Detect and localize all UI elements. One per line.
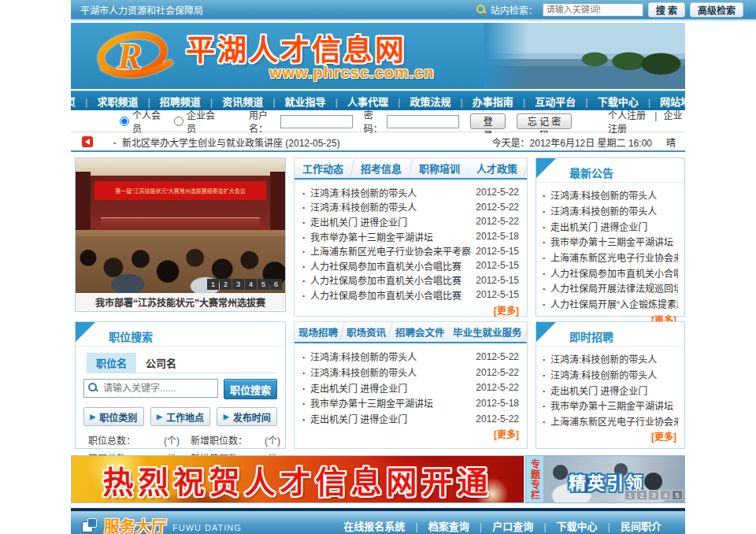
site-header: R 平湖人才信息网 www.phrcsc.com.cn	[71, 23, 685, 89]
tab-position-name[interactable]: 职位名	[87, 353, 136, 373]
photo-decoration	[76, 158, 285, 176]
celebration-banner[interactable]: 热烈祝贺人才信息网开通	[71, 455, 524, 503]
announcement-link[interactable]: 人力社保局参加市直机关小合唱比赛	[543, 266, 678, 280]
tab[interactable]: 毕业生就业服务	[447, 322, 527, 342]
ticker-news-link[interactable]: 新北区举办大学生创业与就业政策讲座 (2012-05-25)	[113, 135, 340, 149]
topic-pagination: 12345	[624, 490, 683, 500]
tab[interactable]: 职称培训	[409, 158, 472, 178]
job-search-button[interactable]: 职位搜索	[224, 379, 277, 399]
news-link[interactable]: 人力社保局参加市直机关小合唱比赛	[302, 259, 471, 273]
news-link[interactable]: 汪鸿涛:科技创新的带头人	[302, 365, 471, 379]
tab[interactable]: 职场资讯	[340, 322, 393, 342]
tab-label: 毕业生就业服务	[453, 324, 522, 339]
nav-item[interactable]: 办事指南	[450, 94, 513, 109]
news-link[interactable]: 我市举办第十三期金平湖讲坛	[302, 396, 471, 410]
login-button[interactable]: 登 录	[470, 113, 506, 129]
news-link[interactable]: 人力社保局参加市直机关小合唱比赛	[302, 273, 471, 287]
news-link[interactable]: 汪鸿涛:科技创新的带头人	[302, 186, 471, 199]
recruit-link[interactable]: 走出机关门 进得企业门	[543, 384, 678, 397]
nav-item[interactable]: 就业指导	[263, 94, 325, 109]
photo-page-button[interactable]: 6	[270, 279, 282, 290]
nav-item[interactable]: 下载中心	[576, 94, 638, 109]
celebration-banner-text: 热烈祝贺人才信息网开通	[102, 458, 492, 502]
news-link[interactable]: 上海浦东新区光电子行业协会来平考察	[302, 244, 471, 258]
service-link[interactable]: 下载中心	[533, 518, 597, 533]
announcement-link[interactable]: 我市举办第十三期金平湖讲坛	[543, 235, 678, 248]
password-input[interactable]	[387, 115, 459, 128]
company-member-option[interactable]: 企业会员	[174, 108, 216, 135]
personal-member-option[interactable]: 个人会员	[120, 108, 161, 135]
topic-page-button[interactable]: 2	[636, 490, 647, 500]
news-row: 汪鸿涛:科技创新的带头人 2012-5-22	[302, 349, 519, 365]
nav-item[interactable]: 招聘频道	[138, 94, 200, 109]
more-link[interactable]: [更多]	[494, 306, 519, 317]
site-search-input[interactable]	[543, 3, 643, 17]
announcement-link[interactable]: 上海浦东新区光电子行业协会来平考	[543, 250, 678, 264]
username-input[interactable]	[280, 115, 353, 128]
news-photo[interactable]: 第一届“江苏技能状元”大赛常州选拔赛组委会扩大会议 123456	[76, 158, 285, 293]
recruit-link[interactable]: 我市举办第十三期金平湖讲坛	[543, 399, 678, 412]
tab[interactable]: 工作动态	[295, 158, 355, 178]
topic-banner[interactable]: 专题专栏 精英引领 12345	[525, 455, 685, 503]
photo-page-button[interactable]: 3	[232, 279, 244, 290]
photo-page-button[interactable]: 5	[258, 279, 269, 290]
more-link[interactable]: [更多]	[494, 429, 519, 440]
announcement-link[interactable]: 汪鸿涛:科技创新的带头人	[543, 204, 678, 217]
announcement-link[interactable]: 汪鸿涛:科技创新的带头人	[543, 188, 678, 202]
announcement-link[interactable]: 走出机关门 进得企业门	[543, 220, 678, 233]
news-date: 2012-5-15	[476, 275, 519, 286]
recruit-link[interactable]: 汪鸿涛:科技创新的带头人	[543, 352, 678, 365]
topic-vertical-label: 专题专栏	[526, 456, 543, 502]
nav-item[interactable]: 人事代理	[326, 94, 388, 109]
nav-item[interactable]: 资讯频道	[201, 94, 263, 109]
recruit-link[interactable]: 汪鸿涛:科技创新的带头人	[543, 368, 678, 381]
nav-item[interactable]: 互动平台	[513, 94, 576, 109]
service-link[interactable]: 民间职介	[598, 518, 662, 533]
news-link[interactable]: 人力社保局参加市直机关小合唱比赛	[302, 288, 471, 302]
advanced-search-button[interactable]: 高级检索	[690, 2, 743, 17]
news-link[interactable]: 走出机关门 进得企业门	[302, 381, 471, 395]
news-link[interactable]: 我市举办第十三期金平湖讲坛	[302, 230, 471, 243]
personal-register-link[interactable]: 个人注册	[608, 110, 646, 121]
news-link[interactable]: 汪鸿涛:科技创新的带头人	[302, 200, 471, 213]
nav-item[interactable]: 首页	[55, 94, 76, 109]
photo-page-button[interactable]: 4	[245, 279, 257, 290]
nav-item[interactable]: 政策法规	[388, 94, 450, 109]
company-member-radio[interactable]	[174, 117, 183, 126]
site-search-button[interactable]: 搜 索	[648, 2, 685, 17]
more-link[interactable]: [更多]	[651, 432, 676, 443]
tab-company-name[interactable]: 公司名	[136, 353, 186, 373]
photo-caption[interactable]: 我市部署“江苏技能状元”大赛常州选拔赛	[76, 293, 285, 310]
filter-button[interactable]: ▶ 工作地点	[150, 407, 211, 426]
topic-page-button[interactable]: 1	[624, 490, 636, 500]
filter-button[interactable]: ▶ 发布时间	[217, 407, 277, 426]
filter-button[interactable]: ▶ 职位类别	[83, 407, 144, 426]
recruit-link[interactable]: 上海浦东新区光电子行业协会来平考	[543, 414, 678, 428]
nav-item[interactable]: 求职频道	[76, 94, 138, 109]
announcement-link[interactable]: 人力社保局开展“入企锻炼提素质”	[543, 297, 678, 310]
service-link[interactable]: 户口查询	[469, 518, 533, 533]
topic-page-button[interactable]: 5	[672, 490, 683, 500]
forgot-password-button[interactable]: 忘 记 密 码	[517, 113, 572, 129]
news-link[interactable]: 走出机关门 进得企业门	[302, 215, 471, 228]
photo-page-button[interactable]: 2	[220, 279, 232, 290]
tab[interactable]: 人才政策	[466, 158, 527, 178]
news-date: 2012-5-22	[476, 382, 519, 393]
announcement-link[interactable]: 人力社保局开展法律法规巡回培训	[543, 281, 678, 295]
topic-page-button[interactable]: 4	[660, 490, 671, 500]
personal-member-radio[interactable]	[120, 117, 129, 126]
photo-page-button[interactable]: 1	[207, 279, 219, 290]
service-link[interactable]: 档案查询	[405, 518, 469, 533]
keyword-input[interactable]	[83, 379, 218, 398]
news-link[interactable]: 走出机关门 进得企业门	[302, 412, 471, 425]
svg-text:R: R	[117, 35, 143, 76]
nav-item[interactable]: 网站地图	[639, 94, 701, 109]
service-hall-icon	[82, 518, 96, 532]
news-link[interactable]: 汪鸿涛:科技创新的带头人	[302, 350, 471, 363]
tab[interactable]: 招聘会文件	[389, 322, 452, 342]
tab[interactable]: 招考信息	[350, 158, 413, 178]
service-link[interactable]: 在线报名系统	[343, 518, 405, 533]
tab[interactable]: 现场招聘	[295, 322, 345, 342]
topic-page-button[interactable]: 3	[648, 490, 659, 500]
service-hall-bar: 服务大厅 FUWU DATING 在线报名系统档案查询户口查询下载中心民间职介	[71, 508, 685, 534]
